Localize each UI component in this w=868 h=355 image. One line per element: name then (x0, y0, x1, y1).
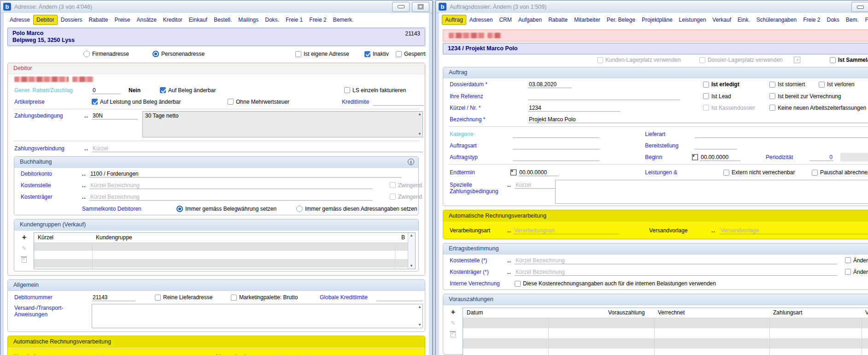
bezeichnung-field[interactable]: Projekt Marco Polo (528, 115, 868, 123)
auftragsart-field[interactable] (513, 142, 599, 149)
checkbox-keine-neuen-arbeitszeiterfassungen[interactable]: Keine neuen Arbeitszeiterfassungen (769, 105, 866, 111)
minimize-button[interactable] (392, 2, 410, 12)
lookup-dots-button[interactable]: .. (82, 171, 86, 177)
checkbox-interne-verrechnung[interactable]: Diese Kostenrechnungsangaben auch für di… (515, 280, 716, 287)
tab-auftrag[interactable]: Auftrag (442, 15, 466, 25)
external-link-icon[interactable] (794, 57, 800, 63)
versand-anweisungen-textarea[interactable] (92, 304, 423, 328)
globale-kreditlimite-field[interactable] (376, 293, 423, 301)
zahlungsbedingung-code-field[interactable]: 30N (92, 112, 138, 119)
kostenstelle-field[interactable]: Kürzel Bezeichnung (89, 181, 373, 189)
checkbox-kunden-lagerplatz[interactable]: Kunden-Lagerplatz verwenden (597, 57, 680, 63)
tab-einkauf[interactable]: Einkauf (186, 15, 211, 25)
tab-adressen[interactable]: Adressen (466, 15, 496, 25)
checkbox-ist-sammelauftrag[interactable]: Ist Sammelauftrag (830, 57, 868, 63)
lookup-dots-button[interactable]: .. (507, 182, 511, 188)
checkbox-ist-verloren[interactable]: Ist verloren (819, 81, 854, 88)
kategorie-field[interactable] (513, 130, 599, 138)
tab-verkauf[interactable]: Verkauf (709, 15, 734, 25)
verarbeitungsart-field[interactable]: Verarbeitungsart (513, 226, 619, 234)
checkbox-ist-bereit[interactable]: Ist bereit zur Verrechnung (769, 93, 841, 100)
tab-projektplaene[interactable]: Projektpläne (639, 15, 676, 25)
scroll-up-arrow[interactable] (418, 112, 422, 116)
scroll-down-arrow[interactable] (418, 323, 422, 327)
scroll-up-arrow[interactable] (410, 234, 413, 237)
tab-freie-2[interactable]: Freie 2 (306, 15, 329, 25)
checkbox-ist-kassendossier[interactable]: Ist Kassendossier (703, 105, 755, 111)
ihre-referenz-field[interactable] (528, 92, 680, 100)
checkbox-aendern-kostentraeger[interactable]: Ändern (845, 269, 868, 275)
tab-eink[interactable]: Eink. (734, 15, 753, 25)
tab-rabatte[interactable]: Rabatte (545, 15, 571, 25)
radio-firmenadresse[interactable]: Firmenadresse (83, 51, 129, 57)
verarbeitungsart-field[interactable]: Verarbeitungsart (82, 353, 186, 355)
auftragstyp-field[interactable] (513, 153, 599, 161)
bereitstellung-field[interactable] (695, 142, 737, 149)
tab-bem[interactable]: Bem. (843, 15, 862, 25)
tab-freie-1[interactable]: Freie 1 (862, 15, 868, 25)
kreditlimite-field[interactable] (373, 98, 424, 106)
kostentraeger-field[interactable]: Kürzel Bezeichnung (515, 268, 837, 276)
debitorkonto-field[interactable]: 1100 / Forderungen (89, 170, 402, 178)
kostentraeger-field[interactable]: Kürzel Bezeichnung (89, 193, 373, 201)
checkbox-zwingend-kostenstelle[interactable]: Zwingend (390, 182, 422, 189)
delete-row-button[interactable] (22, 257, 27, 263)
checkbox-aendern-kostenstelle[interactable]: Ändern (845, 257, 868, 264)
lookup-dots-button[interactable]: .. (82, 194, 86, 200)
lookup-dots-button[interactable]: .. (82, 182, 86, 189)
tab-schuelerangaben[interactable]: Schülerangaben (753, 15, 800, 25)
restore-button[interactable] (412, 2, 429, 12)
tab-ansaetze[interactable]: Ansätze (133, 15, 159, 25)
beginn-field[interactable]: 00.00.0000 (700, 153, 740, 161)
minimize-button[interactable] (851, 2, 868, 12)
versandvorlage-field[interactable]: Versandvorlage (720, 226, 868, 234)
checkbox-ist-eigene-adresse[interactable]: Ist eigene Adresse (295, 51, 349, 57)
delete-row-button[interactable] (451, 332, 456, 337)
add-row-button[interactable] (451, 309, 455, 315)
tab-preise[interactable]: Preise (111, 15, 133, 25)
kostenstelle-field[interactable]: Kürzel Bezeichnung (515, 256, 837, 264)
zahlungsverbindung-field[interactable]: Kürzel (92, 144, 423, 152)
tab-crm[interactable]: CRM (496, 15, 515, 25)
tab-doks[interactable]: Doks (823, 15, 842, 25)
scroll-up-arrow[interactable] (418, 305, 422, 309)
lookup-dots-button[interactable]: .. (711, 227, 716, 234)
tab-debitor[interactable]: Debitor (33, 15, 58, 25)
checkbox-reine-lieferadresse[interactable]: Reine Lieferadresse (155, 294, 212, 301)
tab-freie-1[interactable]: Freie 1 (282, 15, 306, 25)
checkbox-auf-beleg-aenderbar[interactable]: Auf Beleg änderbar (160, 87, 216, 94)
spezielle-zahlungsbedingung-textarea[interactable] (555, 180, 868, 204)
tab-per-belege[interactable]: Per. Belege (604, 15, 639, 25)
scroll-down-arrow[interactable] (410, 264, 413, 268)
calendar-icon[interactable] (510, 170, 516, 176)
calendar-icon[interactable] (692, 154, 698, 160)
tab-bemerk[interactable]: Bemerk. (330, 15, 357, 25)
tab-kreditor[interactable]: Kreditor (160, 15, 186, 25)
checkbox-gesperrt[interactable]: Gesperrt (396, 51, 426, 57)
radio-adressangaben[interactable]: Immer gemäss diesen Adressangaben setzen (296, 206, 417, 212)
lookup-dots-button[interactable]: .. (507, 227, 511, 234)
globale-kreditlimite-link[interactable]: Globale Kreditlimite (320, 294, 368, 301)
table-row[interactable] (463, 338, 868, 349)
spezielle-kuerzel-field[interactable]: Kürzel (515, 181, 559, 189)
sammelkonto-debitoren-link[interactable]: Sammelkonto Debitoren (82, 206, 141, 212)
dossierdatum-field[interactable]: 03.08.2020 (528, 80, 572, 88)
table-row[interactable] (34, 259, 415, 267)
debitornummer-field[interactable]: 21143 (92, 293, 135, 301)
checkbox-ist-storniert[interactable]: Ist storniert (769, 81, 805, 88)
lookup-dots-button[interactable]: .. (84, 145, 88, 152)
tab-mitarbeiter[interactable]: Mitarbeiter (571, 15, 604, 25)
checkbox-ls-einzeln-fakturieren[interactable]: LS einzeln fakturieren (344, 87, 406, 94)
table-scrollbar[interactable] (408, 233, 415, 269)
endtermin-field[interactable]: 00.00.0000 (518, 168, 559, 176)
lookup-dots-button[interactable]: .. (84, 112, 88, 119)
checkbox-ist-erledigt[interactable]: Ist erledigt (703, 81, 739, 88)
checkbox-ohne-mehrwertsteuer[interactable]: Ohne Mehrwertsteuer (228, 99, 289, 105)
address-window-titlebar[interactable]: b Adresse: Ändern (3 von 4'046) (0, 0, 432, 13)
tab-freie-2[interactable]: Freie 2 (800, 15, 823, 25)
edit-row-button[interactable] (22, 246, 27, 251)
scroll-down-arrow[interactable] (418, 132, 422, 136)
checkbox-ist-lead[interactable]: Ist Lead (703, 93, 731, 100)
checkbox-pauschal-abrechnen[interactable]: Pauschal abrechnen (812, 169, 868, 176)
tab-aufgaben[interactable]: Aufgaben (515, 15, 545, 25)
